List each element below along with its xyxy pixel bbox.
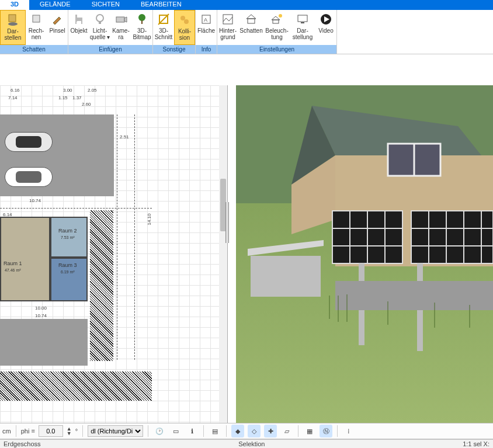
- tab-views[interactable]: SICHTEN: [81, 0, 130, 10]
- btn-flaeche-label: Fläche: [197, 27, 215, 34]
- dim-17: 2.51: [120, 134, 129, 140]
- svg-marker-20: [246, 15, 256, 19]
- btn-rechnen[interactable]: Rech- nen: [26, 10, 47, 45]
- btn-video-label: Video: [318, 27, 333, 34]
- btn-3dbitmap-label: 3D- Bitmap: [133, 27, 151, 40]
- ribbon-cap-schatten: Schatten: [0, 45, 68, 54]
- dim-1: 6.16: [11, 88, 20, 93]
- status-mode: Selektion: [238, 440, 265, 447]
- car-1: [5, 132, 53, 152]
- pane-2d[interactable]: 6.16 3.00 2.05 7.14 1.15 1.37 2.60 10.74…: [0, 85, 228, 423]
- bulb-icon: [93, 12, 107, 26]
- btn-pinsel[interactable]: Pinsel: [47, 10, 68, 45]
- bb-btn-grid[interactable]: ▦: [303, 425, 316, 437]
- bb-btn-plane[interactable]: ▱: [280, 425, 293, 437]
- dim-8: 10.74: [29, 198, 41, 203]
- bb-btn-info[interactable]: ℹ: [186, 425, 199, 437]
- svg-rect-26: [301, 22, 304, 23]
- plane-icon: ▱: [284, 428, 289, 435]
- btn-darstellen[interactable]: Dar- stellen: [0, 10, 26, 45]
- dash-line-h1: [0, 208, 152, 209]
- btn-pinsel-label: Pinsel: [49, 27, 65, 34]
- btn-video[interactable]: Video: [315, 10, 336, 45]
- ribbon-group-sonstige: 3D- Schnitt Kolli- sion Sonstige: [153, 10, 196, 54]
- btn-schatten[interactable]: Schatten: [238, 10, 264, 45]
- dim-9: 14.10: [147, 213, 152, 225]
- tab-terrain[interactable]: GELÄNDE: [29, 0, 81, 10]
- room-1-label: Raum 147.46 m²: [4, 261, 22, 273]
- house-model: [236, 85, 493, 412]
- ribbon-cap-einstellungen: Einstellungen: [217, 45, 336, 54]
- btn-objekt[interactable]: Objekt: [68, 10, 89, 45]
- room-1: [0, 217, 50, 301]
- bb-btn-snap3[interactable]: ✚: [264, 425, 277, 437]
- btn-3dschnitt[interactable]: 3D- Schnitt: [153, 10, 174, 45]
- main-tabs: 3D GELÄNDE SICHTEN BEARBEITEN: [0, 0, 493, 10]
- info-icon: ℹ: [191, 428, 193, 435]
- bb-btn-layers[interactable]: ▤: [209, 425, 221, 437]
- ribbon-cap-info: Info: [196, 45, 217, 54]
- svg-point-22: [279, 14, 282, 18]
- bb-btn-clock[interactable]: 🕑: [153, 425, 166, 437]
- btn-kollision[interactable]: Kolli- sion: [174, 10, 195, 45]
- svg-point-15: [180, 16, 185, 20]
- ribbon-group-schatten: Dar- stellen Rech- nen Pinsel Schatten: [0, 10, 68, 54]
- status-coords: 1:1 sel X:: [463, 440, 489, 447]
- btn-objekt-label: Objekt: [71, 27, 88, 34]
- dim-4: 7.14: [8, 95, 18, 100]
- svg-rect-0: [9, 15, 16, 22]
- svg-marker-23: [272, 16, 280, 20]
- btn-rechnen-label: Rech- nen: [29, 27, 44, 40]
- tree-icon: [135, 12, 149, 26]
- snap-endpoint-icon: ◆: [235, 428, 240, 435]
- camera-icon: [114, 12, 128, 26]
- btn-darstellung[interactable]: Dar- stellung: [290, 10, 315, 45]
- background-icon: [221, 12, 235, 26]
- vegetation-right: [90, 210, 113, 361]
- tab-3d[interactable]: 3D: [0, 0, 29, 10]
- svg-point-11: [138, 14, 145, 21]
- svg-rect-6: [81, 21, 82, 24]
- layers-icon: ▤: [212, 428, 218, 435]
- phi-input[interactable]: [39, 425, 63, 437]
- svg-point-7: [96, 15, 103, 22]
- svg-rect-52: [251, 256, 321, 297]
- play-icon: [319, 12, 333, 26]
- btn-kollision-label: Kolli- sion: [178, 28, 191, 41]
- bb-btn-snap1[interactable]: ◆: [231, 425, 244, 437]
- btn-beleuchtung[interactable]: Beleuch- tung: [264, 10, 290, 45]
- svg-rect-9: [116, 17, 124, 22]
- btn-3dbitmap[interactable]: 3D- Bitmap: [131, 10, 152, 45]
- btn-lichtquelle[interactable]: Licht- quelle ▾: [89, 10, 110, 45]
- house-shadow-icon: [244, 12, 258, 26]
- scrollbar-2d[interactable]: [219, 85, 227, 423]
- phi-stepper[interactable]: ▲▼: [67, 426, 72, 436]
- svg-rect-25: [298, 15, 307, 22]
- house-sun-icon: [270, 12, 284, 26]
- bb-btn-north[interactable]: Ⓝ: [320, 425, 332, 437]
- tab-edit[interactable]: BEARBEITEN: [130, 0, 192, 10]
- bb-btn-screen[interactable]: ▭: [169, 425, 182, 437]
- btn-flaeche[interactable]: A Fläche: [196, 10, 217, 45]
- svg-rect-5: [75, 21, 77, 24]
- svg-marker-51: [248, 240, 324, 256]
- svg-rect-2: [33, 15, 40, 22]
- monitor-icon: [296, 12, 310, 26]
- snap-mid-icon: ◇: [252, 428, 256, 435]
- svg-text:A: A: [204, 17, 207, 23]
- btn-hintergrund[interactable]: Hinter- grund: [217, 10, 238, 45]
- deg-label: °: [75, 428, 78, 435]
- cube-icon: [29, 12, 43, 26]
- svg-point-16: [184, 19, 189, 24]
- mode-select[interactable]: dl (Richtung/Di: [88, 425, 143, 437]
- btn-schatten-label: Schatten: [239, 27, 262, 34]
- pane-splitter[interactable]: [225, 202, 229, 243]
- svg-rect-21: [248, 19, 255, 23]
- btn-hintergrund-label: Hinter- grund: [219, 27, 237, 40]
- bb-btn-snap2[interactable]: ◇: [248, 425, 261, 437]
- pane-3d[interactable]: [236, 85, 493, 423]
- btn-kamera[interactable]: Kame- ra: [110, 10, 131, 45]
- bb-btn-misc[interactable]: ⁞: [342, 425, 355, 437]
- collision-icon: [178, 13, 192, 27]
- area-icon: A: [199, 12, 213, 26]
